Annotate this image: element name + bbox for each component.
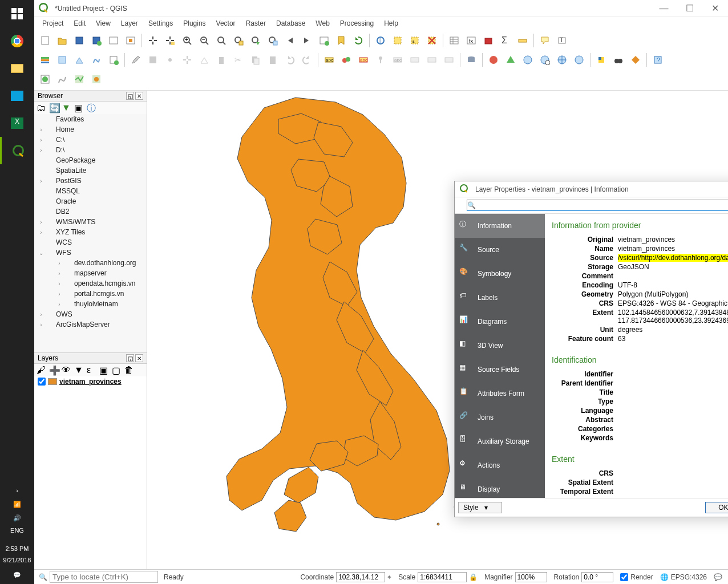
browser-tree[interactable]: Favorites›Home›C:\›D:\GeoPackageSpatiaLi… [34, 114, 147, 352]
show-hidden-icons[interactable]: › [0, 484, 34, 497]
zoom-full-button[interactable] [213, 33, 229, 48]
browser-item[interactable]: ›D:\ [34, 145, 147, 155]
zoom-native-button[interactable] [265, 33, 281, 48]
plugin-map1-icon[interactable] [71, 71, 87, 87]
magnifier-input[interactable] [515, 572, 547, 582]
toolbox-button[interactable] [480, 33, 496, 48]
browser-item[interactable]: GeoPackage [34, 155, 147, 165]
redo-button[interactable] [299, 52, 315, 68]
nav-item-diagrams[interactable]: 📊Diagrams [455, 310, 545, 334]
help-button[interactable]: ? [650, 52, 666, 68]
menu-processing[interactable]: Processing [335, 18, 378, 29]
pan-to-selection-button[interactable] [162, 33, 178, 48]
scale-lock-icon[interactable]: 🔒 [469, 573, 478, 581]
browser-item[interactable]: SpatiaLite [34, 165, 147, 176]
browser-add-layer-icon[interactable]: 🗂 [37, 103, 47, 113]
menu-raster[interactable]: Raster [241, 18, 270, 29]
nav-item-source[interactable]: 🔧Source [455, 238, 545, 262]
nav-item-3d-view[interactable]: ◧3D View [455, 334, 545, 358]
new-memory-button[interactable] [106, 52, 122, 68]
layout-manager-button[interactable] [106, 33, 122, 48]
nav-item-display[interactable]: 🖥Display [455, 477, 545, 498]
diagram-button[interactable] [338, 52, 354, 68]
browser-item[interactable]: ›XYZ Tiles [34, 227, 147, 237]
plugin-warning-icon[interactable] [486, 52, 501, 68]
crs-label[interactable]: EPSG:4326 [671, 573, 707, 581]
browser-properties-icon[interactable]: ⓘ [87, 103, 97, 113]
taskbar-store-icon[interactable] [0, 82, 34, 110]
field-calc-button[interactable]: fx [463, 33, 479, 48]
layers-expression-icon[interactable]: ε [87, 365, 97, 375]
cut-button[interactable]: ✂ [230, 52, 246, 68]
rotation-input[interactable] [581, 572, 613, 582]
maptips-button[interactable] [537, 33, 553, 48]
browser-item[interactable]: WCS [34, 237, 147, 248]
browser-item[interactable]: ›WMS/WMTS [34, 217, 147, 227]
style-dropdown[interactable]: Style ▾ [458, 502, 502, 513]
browser-item[interactable]: ›C:\ [34, 135, 147, 145]
plugin-diamond-icon[interactable] [628, 52, 644, 68]
maximize-button[interactable]: ☐ [677, 0, 702, 17]
delete-selected-button[interactable] [213, 52, 229, 68]
menu-vector[interactable]: Vector [212, 18, 240, 29]
zoom-last-button[interactable] [282, 33, 298, 48]
tray-network-icon[interactable]: 📶 [0, 497, 34, 511]
nav-item-labels[interactable]: 🏷Labels [455, 286, 545, 310]
new-shapefile-button[interactable] [71, 52, 87, 68]
zoom-out-button[interactable]: − [196, 33, 212, 48]
browser-item[interactable]: ›portal.hcmgis.vn [34, 289, 147, 299]
taskbar-excel-icon[interactable]: X [0, 110, 34, 137]
select-features-button[interactable] [390, 33, 406, 48]
plugin-osm-button[interactable] [37, 71, 53, 87]
browser-collapse-icon[interactable]: ▣ [74, 103, 84, 113]
plugin-topology-icon[interactable] [503, 52, 519, 68]
nav-item-auxiliary-storage[interactable]: 🗄Auxiliary Storage [455, 429, 545, 453]
nav-item-symbology[interactable]: 🎨Symbology [455, 262, 545, 286]
menu-view[interactable]: View [91, 18, 115, 29]
dialog-nav[interactable]: ⓘInformation🔧Source🎨Symbology🏷Labels📊Dia… [455, 214, 545, 498]
close-button[interactable]: ✕ [702, 0, 728, 17]
nav-item-information[interactable]: ⓘInformation [455, 214, 545, 238]
locator-input[interactable] [50, 571, 158, 583]
layers-filter-icon[interactable]: ▼ [74, 365, 84, 375]
taskbar-qgis-icon[interactable] [0, 137, 34, 164]
vertex-tool-button[interactable] [196, 52, 212, 68]
save-project-button[interactable] [71, 33, 87, 48]
menu-layer[interactable]: Layer [116, 18, 143, 29]
copy-button[interactable] [248, 52, 264, 68]
show-labels-button[interactable]: abc [390, 52, 406, 68]
map-canvas[interactable]: Layer Properties - vietnam_provinces | I… [147, 91, 728, 569]
pin-labels-button[interactable] [373, 52, 389, 68]
render-checkbox[interactable] [620, 573, 628, 581]
new-map-view-button[interactable] [316, 33, 332, 48]
plugin-curve-icon[interactable] [54, 71, 70, 87]
layer-item[interactable]: vietnam_provinces [34, 376, 147, 387]
select-by-value-button[interactable]: ε [407, 33, 423, 48]
action-center-icon[interactable]: 💬 [0, 566, 34, 584]
move-feature-button[interactable] [179, 52, 195, 68]
zoom-next-button[interactable] [299, 33, 315, 48]
new-project-button[interactable] [37, 33, 53, 48]
nav-item-actions[interactable]: ⚙Actions [455, 453, 545, 477]
identify-button[interactable]: i [373, 33, 389, 48]
layers-remove-icon[interactable]: 🗑 [124, 365, 135, 375]
data-source-manager-button[interactable] [37, 52, 53, 68]
taskbar-chrome-icon[interactable] [0, 27, 34, 55]
browser-item[interactable]: ›thuyloivietnam [34, 299, 147, 309]
browser-item[interactable]: ›Home [34, 124, 147, 135]
paste-button[interactable] [265, 52, 281, 68]
clock-time[interactable]: 2:53 PM [6, 543, 29, 554]
binoculars-icon[interactable] [610, 52, 626, 68]
menu-settings[interactable]: Settings [144, 18, 177, 29]
move-label-button[interactable] [407, 52, 423, 68]
save-edits-button[interactable] [145, 52, 161, 68]
menu-plugins[interactable]: Plugins [179, 18, 210, 29]
messages-icon[interactable]: 💬 [714, 573, 722, 581]
zoom-layer-button[interactable] [248, 33, 264, 48]
nav-item-attributes-form[interactable]: 📋Attributes Form [455, 382, 545, 405]
browser-item[interactable]: MSSQL [34, 186, 147, 196]
browser-item[interactable]: ›opendata.hcmgis.vn [34, 278, 147, 289]
save-as-button[interactable] [88, 33, 104, 48]
browser-close-button[interactable]: ✕ [135, 92, 143, 100]
taskbar-explorer-icon[interactable] [0, 55, 34, 82]
